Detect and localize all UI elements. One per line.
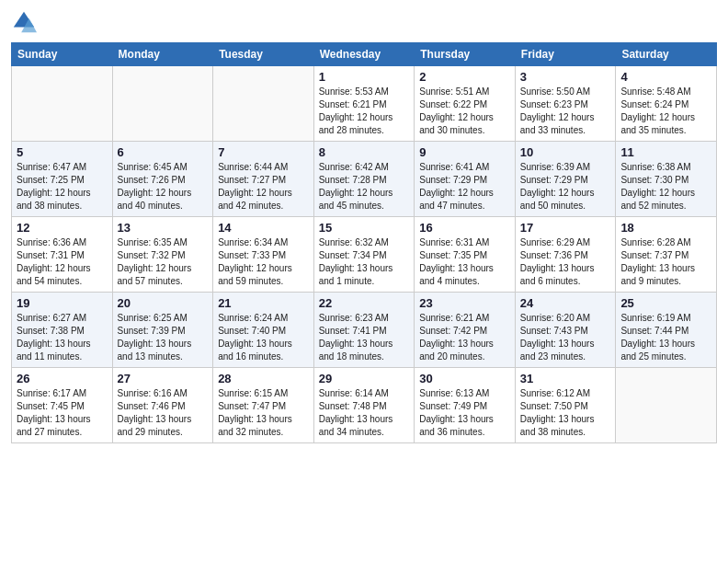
calendar-week-row: 12Sunrise: 6:36 AM Sunset: 7:31 PM Dayli… <box>12 217 717 293</box>
day-number: 4 <box>620 70 711 84</box>
calendar-cell: 1Sunrise: 5:53 AM Sunset: 6:21 PM Daylig… <box>313 66 415 142</box>
weekday-header: Saturday <box>616 43 717 66</box>
day-number: 3 <box>520 70 611 84</box>
day-info: Sunrise: 6:27 AM Sunset: 7:38 PM Dayligh… <box>17 312 108 363</box>
day-info: Sunrise: 6:25 AM Sunset: 7:39 PM Dayligh… <box>118 312 209 363</box>
calendar-cell: 22Sunrise: 6:23 AM Sunset: 7:41 PM Dayli… <box>313 293 415 368</box>
calendar-cell: 31Sunrise: 6:12 AM Sunset: 7:50 PM Dayli… <box>515 368 616 443</box>
weekday-header: Tuesday <box>213 43 314 66</box>
weekday-header: Monday <box>112 43 213 66</box>
calendar-cell: 4Sunrise: 5:48 AM Sunset: 6:24 PM Daylig… <box>616 66 717 142</box>
calendar-cell: 7Sunrise: 6:44 AM Sunset: 7:27 PM Daylig… <box>213 142 314 217</box>
calendar-cell: 27Sunrise: 6:16 AM Sunset: 7:46 PM Dayli… <box>112 368 213 443</box>
day-info: Sunrise: 6:28 AM Sunset: 7:37 PM Dayligh… <box>620 236 711 288</box>
day-number: 19 <box>17 296 108 310</box>
calendar-cell: 28Sunrise: 6:15 AM Sunset: 7:47 PM Dayli… <box>213 368 314 443</box>
calendar-cell: 20Sunrise: 6:25 AM Sunset: 7:39 PM Dayli… <box>112 293 213 368</box>
day-number: 6 <box>118 145 209 159</box>
day-number: 5 <box>17 145 108 159</box>
day-info: Sunrise: 5:48 AM Sunset: 6:24 PM Dayligh… <box>620 86 711 137</box>
day-number: 1 <box>319 70 410 84</box>
day-number: 7 <box>218 145 309 159</box>
calendar-cell: 5Sunrise: 6:47 AM Sunset: 7:25 PM Daylig… <box>12 142 113 217</box>
calendar-cell: 10Sunrise: 6:39 AM Sunset: 7:29 PM Dayli… <box>515 142 616 217</box>
calendar-cell <box>616 368 717 443</box>
calendar-cell: 30Sunrise: 6:13 AM Sunset: 7:49 PM Dayli… <box>415 368 516 443</box>
day-number: 10 <box>520 145 611 159</box>
day-info: Sunrise: 6:44 AM Sunset: 7:27 PM Dayligh… <box>218 161 309 213</box>
day-info: Sunrise: 6:23 AM Sunset: 7:41 PM Dayligh… <box>319 312 410 363</box>
calendar-cell: 29Sunrise: 6:14 AM Sunset: 7:48 PM Dayli… <box>313 368 415 443</box>
day-number: 16 <box>419 221 510 235</box>
day-number: 15 <box>319 221 410 235</box>
weekday-header: Thursday <box>415 43 516 66</box>
day-info: Sunrise: 6:47 AM Sunset: 7:25 PM Dayligh… <box>17 161 108 213</box>
day-number: 30 <box>419 372 510 385</box>
day-number: 13 <box>118 221 209 235</box>
day-info: Sunrise: 6:19 AM Sunset: 7:44 PM Dayligh… <box>620 312 711 363</box>
day-number: 21 <box>218 296 309 310</box>
logo <box>11 9 39 35</box>
calendar-cell: 12Sunrise: 6:36 AM Sunset: 7:31 PM Dayli… <box>12 217 113 293</box>
day-number: 24 <box>520 296 611 310</box>
logo-icon <box>11 9 37 35</box>
calendar-cell: 23Sunrise: 6:21 AM Sunset: 7:42 PM Dayli… <box>415 293 516 368</box>
day-info: Sunrise: 6:38 AM Sunset: 7:30 PM Dayligh… <box>620 161 711 213</box>
day-info: Sunrise: 6:13 AM Sunset: 7:49 PM Dayligh… <box>419 387 510 439</box>
calendar-cell: 13Sunrise: 6:35 AM Sunset: 7:32 PM Dayli… <box>112 217 213 293</box>
day-info: Sunrise: 6:39 AM Sunset: 7:29 PM Dayligh… <box>520 161 611 213</box>
calendar-cell: 15Sunrise: 6:32 AM Sunset: 7:34 PM Dayli… <box>313 217 415 293</box>
page-container: SundayMondayTuesdayWednesdayThursdayFrid… <box>0 0 728 453</box>
calendar-cell: 8Sunrise: 6:42 AM Sunset: 7:28 PM Daylig… <box>313 142 415 217</box>
day-info: Sunrise: 6:42 AM Sunset: 7:28 PM Dayligh… <box>319 161 410 213</box>
header <box>11 9 717 35</box>
day-number: 11 <box>620 145 711 159</box>
calendar-cell: 26Sunrise: 6:17 AM Sunset: 7:45 PM Dayli… <box>12 368 113 443</box>
weekday-header: Friday <box>515 43 616 66</box>
day-info: Sunrise: 6:15 AM Sunset: 7:47 PM Dayligh… <box>218 387 309 439</box>
day-info: Sunrise: 6:20 AM Sunset: 7:43 PM Dayligh… <box>520 312 611 363</box>
day-number: 29 <box>319 372 410 385</box>
calendar-cell: 24Sunrise: 6:20 AM Sunset: 7:43 PM Dayli… <box>515 293 616 368</box>
calendar-cell: 21Sunrise: 6:24 AM Sunset: 7:40 PM Dayli… <box>213 293 314 368</box>
day-number: 18 <box>620 221 711 235</box>
weekday-header: Wednesday <box>313 43 415 66</box>
day-number: 28 <box>218 372 309 385</box>
day-info: Sunrise: 5:51 AM Sunset: 6:22 PM Dayligh… <box>419 86 510 137</box>
day-info: Sunrise: 6:29 AM Sunset: 7:36 PM Dayligh… <box>520 236 611 288</box>
calendar-cell: 25Sunrise: 6:19 AM Sunset: 7:44 PM Dayli… <box>616 293 717 368</box>
day-info: Sunrise: 6:34 AM Sunset: 7:33 PM Dayligh… <box>218 236 309 288</box>
calendar-cell: 3Sunrise: 5:50 AM Sunset: 6:23 PM Daylig… <box>515 66 616 142</box>
calendar-week-row: 1Sunrise: 5:53 AM Sunset: 6:21 PM Daylig… <box>12 66 717 142</box>
calendar-cell: 9Sunrise: 6:41 AM Sunset: 7:29 PM Daylig… <box>415 142 516 217</box>
day-info: Sunrise: 5:53 AM Sunset: 6:21 PM Dayligh… <box>319 86 410 137</box>
day-number: 12 <box>17 221 108 235</box>
day-number: 14 <box>218 221 309 235</box>
day-number: 2 <box>419 70 510 84</box>
day-number: 8 <box>319 145 410 159</box>
calendar-cell <box>112 66 213 142</box>
calendar-week-row: 5Sunrise: 6:47 AM Sunset: 7:25 PM Daylig… <box>12 142 717 217</box>
day-number: 22 <box>319 296 410 310</box>
day-number: 23 <box>419 296 510 310</box>
day-info: Sunrise: 6:31 AM Sunset: 7:35 PM Dayligh… <box>419 236 510 288</box>
day-number: 17 <box>520 221 611 235</box>
day-number: 9 <box>419 145 510 159</box>
calendar-cell: 17Sunrise: 6:29 AM Sunset: 7:36 PM Dayli… <box>515 217 616 293</box>
calendar-cell: 2Sunrise: 5:51 AM Sunset: 6:22 PM Daylig… <box>415 66 516 142</box>
day-number: 31 <box>520 372 611 385</box>
calendar-cell <box>12 66 113 142</box>
calendar-cell: 16Sunrise: 6:31 AM Sunset: 7:35 PM Dayli… <box>415 217 516 293</box>
day-info: Sunrise: 6:17 AM Sunset: 7:45 PM Dayligh… <box>17 387 108 439</box>
day-info: Sunrise: 6:21 AM Sunset: 7:42 PM Dayligh… <box>419 312 510 363</box>
calendar-cell: 11Sunrise: 6:38 AM Sunset: 7:30 PM Dayli… <box>616 142 717 217</box>
calendar-cell: 18Sunrise: 6:28 AM Sunset: 7:37 PM Dayli… <box>616 217 717 293</box>
calendar-week-row: 19Sunrise: 6:27 AM Sunset: 7:38 PM Dayli… <box>12 293 717 368</box>
day-info: Sunrise: 6:41 AM Sunset: 7:29 PM Dayligh… <box>419 161 510 213</box>
calendar-week-row: 26Sunrise: 6:17 AM Sunset: 7:45 PM Dayli… <box>12 368 717 443</box>
calendar-cell: 19Sunrise: 6:27 AM Sunset: 7:38 PM Dayli… <box>12 293 113 368</box>
calendar-cell: 14Sunrise: 6:34 AM Sunset: 7:33 PM Dayli… <box>213 217 314 293</box>
calendar-cell: 6Sunrise: 6:45 AM Sunset: 7:26 PM Daylig… <box>112 142 213 217</box>
day-info: Sunrise: 6:16 AM Sunset: 7:46 PM Dayligh… <box>118 387 209 439</box>
day-number: 27 <box>118 372 209 385</box>
